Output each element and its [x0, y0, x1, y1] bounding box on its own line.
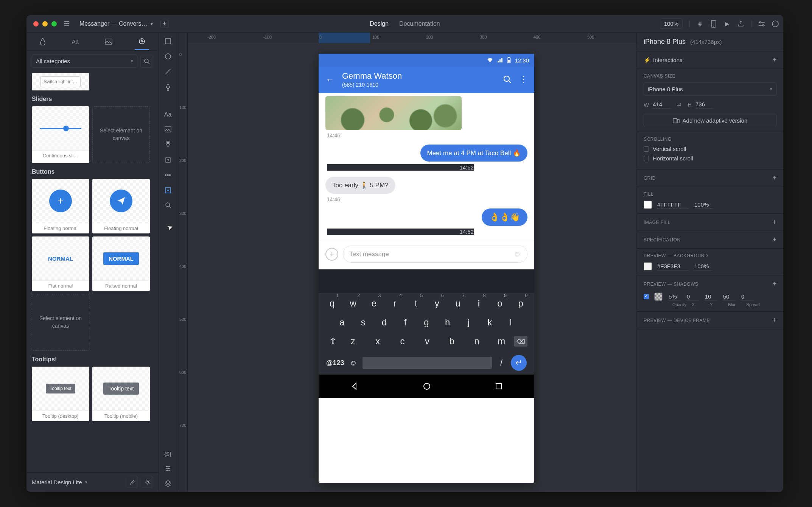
- key-a[interactable]: a: [334, 317, 350, 328]
- add-frame-button[interactable]: +: [772, 316, 776, 324]
- add-page-button[interactable]: +: [160, 20, 169, 28]
- shadow-spread-input[interactable]: 0: [740, 292, 753, 301]
- interactions-section[interactable]: ⚡Interactions +: [637, 51, 783, 69]
- shift-key-icon[interactable]: ⇧: [325, 336, 341, 346]
- spec-tool-icon[interactable]: [165, 465, 171, 471]
- slash-key[interactable]: /: [497, 358, 506, 368]
- shadow-y-input[interactable]: 10: [704, 292, 717, 301]
- key-c[interactable]: c: [395, 336, 410, 347]
- search-icon[interactable]: [503, 75, 512, 84]
- add-grid-button[interactable]: +: [772, 174, 776, 182]
- zoom-level[interactable]: 100%: [660, 19, 683, 29]
- library-select[interactable]: Material Design Lite ▾: [32, 479, 123, 485]
- add-attachment-icon[interactable]: +: [325, 248, 338, 261]
- text-tool-icon[interactable]: Aa: [164, 111, 172, 118]
- key-k[interactable]: k: [482, 317, 497, 328]
- export-icon[interactable]: [737, 20, 744, 27]
- line-tool-icon[interactable]: [165, 68, 171, 75]
- image-tab-icon[interactable]: [101, 34, 116, 49]
- pin-tool-icon[interactable]: [165, 141, 171, 148]
- settings-sliders-icon[interactable]: [758, 20, 765, 27]
- key-v[interactable]: v: [420, 336, 435, 347]
- message-out[interactable]: 👌👌👋: [482, 208, 527, 226]
- nav-recent-icon[interactable]: [495, 383, 502, 390]
- message-in[interactable]: Too early 🚶 5 PM?: [325, 177, 395, 194]
- nav-home-icon[interactable]: [423, 382, 431, 390]
- link-dimensions-icon[interactable]: ⇄: [677, 101, 681, 107]
- symbols-key[interactable]: @123: [326, 359, 344, 367]
- key-h[interactable]: h: [440, 317, 455, 328]
- width-input[interactable]: 414: [652, 100, 671, 109]
- key-w[interactable]: w2: [345, 298, 361, 309]
- image-tool-icon[interactable]: [165, 126, 171, 132]
- key-m[interactable]: m: [494, 336, 509, 347]
- key-n[interactable]: n: [469, 336, 484, 347]
- menu-icon[interactable]: ☰: [61, 20, 72, 28]
- minimize-window-button[interactable]: [42, 21, 48, 26]
- key-q[interactable]: q1: [325, 298, 340, 309]
- height-input[interactable]: 736: [695, 100, 714, 109]
- back-arrow-icon[interactable]: ←: [325, 74, 334, 85]
- more-tools-icon[interactable]: •••: [165, 172, 171, 179]
- component-card-placeholder[interactable]: Select element on canvas: [32, 294, 89, 351]
- pen-tool-icon[interactable]: [165, 83, 171, 91]
- component-card-fab-plus[interactable]: + Floating normal: [32, 179, 89, 233]
- component-card-flat-button[interactable]: NORMAL Flat normal: [32, 236, 89, 291]
- design-tab[interactable]: Design: [370, 20, 389, 27]
- image-fill-section[interactable]: IMAGE FILL +: [637, 214, 783, 231]
- components-tab-icon[interactable]: [135, 33, 149, 50]
- key-z[interactable]: z: [345, 336, 361, 347]
- typography-tab-icon[interactable]: Aa: [68, 34, 82, 49]
- artboard-phone[interactable]: 12:30 ← Gemma Watson (585) 210-1610 ⋮ 14…: [319, 54, 534, 483]
- preview-bg-swatch[interactable]: [644, 262, 652, 271]
- shadow-x-input[interactable]: 0: [686, 292, 699, 301]
- category-select[interactable]: All categories ▾: [32, 54, 137, 68]
- nav-back-icon[interactable]: [350, 382, 359, 390]
- key-u[interactable]: u7: [450, 298, 465, 309]
- project-selector[interactable]: Messanger — Convers… ▾: [76, 20, 156, 27]
- key-t[interactable]: t5: [408, 298, 423, 309]
- component-card-tooltip-desktop[interactable]: Tooltip text Tooltip (desktop): [32, 367, 89, 421]
- key-l[interactable]: l: [503, 317, 518, 328]
- layers-tool-icon[interactable]: [165, 480, 171, 487]
- message-out[interactable]: Meet me at 4 PM at Taco Bell 🔥: [420, 145, 527, 162]
- enter-key-icon[interactable]: ↵: [511, 355, 527, 371]
- shadow-opacity-input[interactable]: 5%: [668, 292, 681, 301]
- preview-bg-hex-input[interactable]: #F3F3F3: [656, 262, 689, 271]
- key-y[interactable]: y6: [429, 298, 445, 309]
- key-g[interactable]: g: [419, 317, 434, 328]
- library-settings-button[interactable]: [142, 477, 153, 488]
- view-mode-icon[interactable]: ◈: [697, 20, 703, 27]
- preview-frame-section[interactable]: PREVIEW — DEVICE FRAME +: [637, 312, 783, 329]
- add-shadow-button[interactable]: +: [772, 280, 776, 288]
- component-card-raised-button[interactable]: NORMAL Raised normal: [92, 236, 150, 291]
- hotspot-tool-icon[interactable]: [165, 187, 171, 194]
- rectangle-tool-icon[interactable]: [165, 38, 171, 45]
- ellipse-tool-icon[interactable]: [165, 53, 171, 60]
- key-x[interactable]: x: [370, 336, 385, 347]
- component-card-fab-send[interactable]: Floating normal: [92, 179, 150, 233]
- droplet-tab-icon[interactable]: [36, 33, 50, 50]
- shadow-blur-input[interactable]: 50: [722, 292, 735, 301]
- shadow-toggle-checkbox[interactable]: [644, 294, 649, 299]
- component-card-slider[interactable]: Continuous sli…: [32, 106, 89, 163]
- add-interaction-button[interactable]: +: [772, 56, 776, 64]
- fill-hex-input[interactable]: #FFFFFF: [656, 201, 689, 209]
- help-icon[interactable]: [772, 20, 779, 27]
- key-e[interactable]: e3: [366, 298, 381, 309]
- backspace-key-icon[interactable]: ⌫: [514, 336, 527, 347]
- shadow-color-swatch[interactable]: [654, 292, 663, 301]
- message-input[interactable]: Text message ☺: [343, 246, 527, 263]
- search-tool-icon[interactable]: [165, 202, 171, 208]
- key-b[interactable]: b: [444, 336, 459, 347]
- add-adaptive-button[interactable]: Add new adaptive version: [644, 114, 776, 127]
- edit-library-button[interactable]: [127, 477, 138, 488]
- component-card-tooltip-mobile[interactable]: Tooltip text Tooltip (mobile): [92, 367, 150, 421]
- key-j[interactable]: j: [461, 317, 476, 328]
- maximize-window-button[interactable]: [51, 21, 57, 26]
- chat-image[interactable]: [325, 96, 462, 130]
- key-s[interactable]: s: [356, 317, 371, 328]
- fill-swatch[interactable]: [644, 201, 652, 209]
- canvas[interactable]: -200 -100 0 100 200 300 400 500 0 100 20…: [177, 33, 636, 492]
- emoji-icon[interactable]: ☺: [513, 250, 521, 258]
